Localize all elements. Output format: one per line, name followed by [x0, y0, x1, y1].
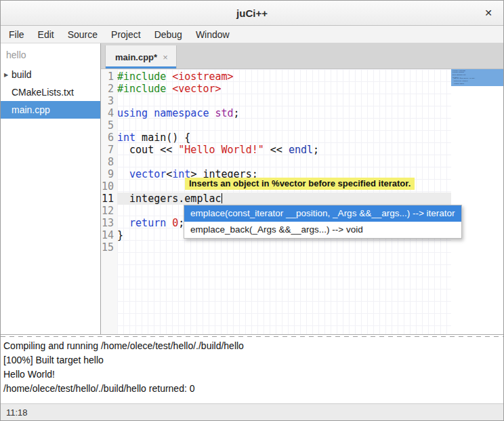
code-area[interactable]: #include <iostream>#include <vector>usin… [117, 69, 451, 334]
output-panel: Compiling and running /home/olece/test/h… [1, 338, 503, 403]
tab-main-cpp[interactable]: main.cpp* × [105, 45, 177, 68]
tab-bar: main.cpp* × [101, 43, 503, 69]
line-number: 2 [101, 83, 114, 95]
line-number: 6 [101, 132, 114, 144]
output-line: /home/olece/test/hello/./build/hello ret… [3, 382, 501, 396]
line-number: 8 [101, 156, 114, 168]
autocomplete-item[interactable]: emplace_back(_Args &&__args...) --> void [184, 222, 461, 238]
code-line[interactable]: #include <iostream> [117, 71, 451, 83]
code-token [148, 107, 154, 119]
line-number: 15 [101, 241, 114, 254]
menu-edit[interactable]: Edit [31, 26, 61, 43]
code-token: "Hello World!" [178, 144, 264, 156]
line-number: 1 [101, 71, 114, 83]
code-token: namespace [154, 107, 209, 119]
code-token: cout << [117, 144, 178, 156]
code-line[interactable]: cout << "Hello World!" << endl; [117, 144, 451, 156]
menu-bar: FileEditSourceProjectDebugWindow [1, 26, 503, 43]
code-line[interactable] [117, 119, 451, 132]
output-line: Hello World! [3, 367, 501, 382]
code-token [166, 217, 172, 229]
code-token: } [117, 229, 123, 241]
menu-file[interactable]: File [2, 26, 31, 43]
code-token [117, 168, 129, 180]
doc-tooltip: Inserts an object in %vector before spec… [185, 178, 415, 190]
line-number: 3 [101, 95, 114, 107]
autocomplete-item[interactable]: emplace(const_iterator __position, _Args… [184, 205, 461, 222]
code-line[interactable] [117, 156, 451, 168]
close-window-button[interactable]: ✕ [482, 6, 495, 20]
minimap-line: return 0; [453, 85, 503, 86]
code-token: using [117, 107, 148, 119]
project-filter[interactable]: hello [1, 43, 100, 66]
code-line[interactable] [117, 95, 451, 107]
code-token: <iostream> [172, 71, 233, 83]
line-number: 13 [101, 217, 114, 229]
expander-icon[interactable]: ▶ [1, 72, 12, 78]
line-number-gutter: 123456789101112131415 [101, 69, 117, 334]
line-number: 12 [101, 205, 114, 217]
tree-item-label: CMakeLists.txt [12, 87, 74, 98]
tab-close-icon[interactable]: × [163, 52, 168, 62]
editor-region: main.cpp* × 123456789101112131415 #inclu… [101, 43, 503, 334]
output-line: [100%] Built target hello [3, 353, 501, 367]
line-number: 10 [101, 180, 114, 193]
code-token: endl [289, 144, 313, 156]
file-tree: ▶buildCMakeLists.txtmain.cpp [1, 66, 100, 119]
status-bar: 11:18 [1, 403, 503, 420]
tree-item-cmakelists-txt[interactable]: CMakeLists.txt [1, 83, 100, 101]
status-time: 11:18 [1, 407, 28, 418]
code-token: main() { [135, 132, 190, 144]
code-token: #include [117, 71, 172, 83]
code-token: << [264, 144, 289, 156]
minimap-viewport[interactable]: #include <iostream>#include <vector> usi… [451, 69, 503, 86]
code-token: < [166, 168, 172, 180]
menu-debug[interactable]: Debug [148, 26, 189, 43]
code-token: return [129, 217, 166, 229]
menu-project[interactable]: Project [104, 26, 148, 43]
line-number: 7 [101, 144, 114, 156]
output-resize-handle[interactable] [1, 334, 503, 338]
line-number: 14 [101, 229, 114, 241]
line-number: 9 [101, 168, 114, 180]
line-number: 11 [101, 193, 114, 205]
code-token: vector [129, 168, 166, 180]
minimap-code-preview: #include <iostream>#include <vector> usi… [453, 71, 503, 86]
code-line[interactable]: integers.emplac [117, 193, 451, 205]
code-token: int [117, 132, 135, 144]
minimap-scrollbar[interactable]: #include <iostream>#include <vector> usi… [451, 69, 503, 334]
active-tab-indicator [106, 66, 176, 68]
code-token [209, 107, 215, 119]
code-token: integers.emplac [117, 193, 222, 205]
code-line[interactable]: int main() { [117, 132, 451, 144]
code-token: 0 [172, 217, 178, 229]
app-window: juCi++ ✕ FileEditSourceProjectDebugWindo… [0, 0, 504, 421]
line-number: 4 [101, 107, 114, 119]
code-token: <vector> [172, 83, 221, 95]
code-line[interactable]: #include <vector> [117, 83, 451, 95]
output-line: Compiling and running /home/olece/test/h… [3, 339, 501, 353]
autocomplete-popup: emplace(const_iterator __position, _Args… [184, 205, 462, 239]
code-token: ; [234, 107, 240, 119]
code-line[interactable] [117, 241, 451, 254]
code-editor[interactable]: 123456789101112131415 #include <iostream… [101, 69, 503, 334]
code-token: #include [117, 83, 172, 95]
project-sidebar: hello ▶buildCMakeLists.txtmain.cpp [1, 43, 100, 334]
tree-item-build[interactable]: ▶build [1, 66, 100, 83]
code-line[interactable]: using namespace std; [117, 107, 451, 119]
menu-source[interactable]: Source [61, 26, 104, 43]
code-token: std [215, 107, 234, 119]
tree-item-label: build [12, 69, 32, 80]
main-area: hello ▶buildCMakeLists.txtmain.cpp main.… [1, 43, 503, 334]
menu-window[interactable]: Window [189, 26, 236, 43]
tree-item-main-cpp[interactable]: main.cpp [1, 101, 100, 119]
title-bar: juCi++ ✕ [1, 1, 503, 26]
window-title: juCi++ [1, 7, 503, 19]
code-token: ; [313, 144, 319, 156]
tree-item-label: main.cpp [12, 104, 50, 115]
line-number: 5 [101, 119, 114, 132]
code-token [117, 217, 129, 229]
text-cursor [222, 193, 222, 203]
tab-label: main.cpp* [115, 52, 157, 62]
